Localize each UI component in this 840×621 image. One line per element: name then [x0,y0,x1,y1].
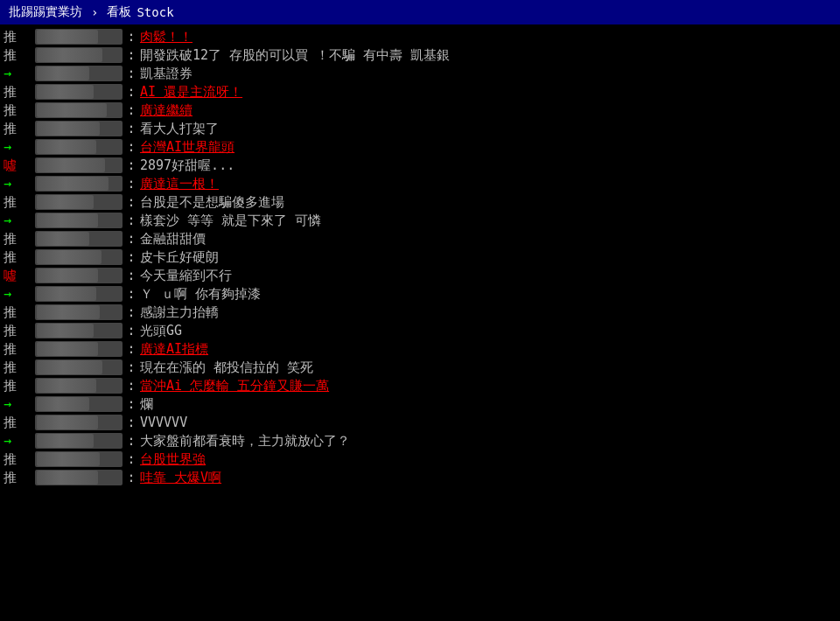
post-username [35,304,122,320]
post-message: 台股世界強 [140,451,836,468]
breadcrumb-arrow: › [91,5,98,19]
post-colon: : [122,249,140,265]
post-colon: : [122,433,140,449]
post-row: 推:開發跌破12了 存股的可以買 ！不騙 有中壽 凱基銀 [0,46,840,65]
post-row: 推:廣達繼續 [0,101,840,120]
post-row: →:Ｙ ｕ啊 你有夠掉漆 [0,285,840,304]
post-username [35,139,122,155]
post-username [35,157,122,173]
post-tag: 推 [4,304,35,321]
post-username [35,359,122,375]
post-message: 開發跌破12了 存股的可以買 ！不騙 有中壽 凱基銀 [140,47,836,64]
post-colon: : [122,66,140,81]
post-row: 噓:2897好甜喔... [0,157,840,175]
post-colon: : [122,121,140,136]
post-message: AI 還是主流呀！ [140,84,836,101]
post-row: 推:台股是不是想騙傻多進場 [0,193,840,212]
post-message: 廣達繼續 [140,102,836,119]
post-username [35,470,122,485]
post-message: 台股是不是想騙傻多進場 [140,194,836,211]
post-tag: → [4,139,35,155]
post-row: →:爛 [0,395,840,414]
post-message: 現在在漲的 都投信拉的 笑死 [140,359,836,376]
post-tag: 推 [4,102,35,119]
post-row: 推:哇靠 大爆V啊 [0,469,840,487]
post-colon: : [122,323,140,338]
post-tag: 噓 [4,268,35,284]
post-colon: : [122,47,140,63]
post-username [35,194,122,210]
post-username [35,66,122,81]
post-row: 推:現在在漲的 都投信拉的 笑死 [0,359,840,377]
post-username [35,121,122,136]
post-username [35,268,122,283]
post-tag: 推 [4,121,35,137]
post-message: 看大人打架了 [140,121,836,137]
post-tag: 噓 [4,157,35,174]
post-colon: : [122,359,140,375]
post-tag: → [4,176,35,192]
post-colon: : [122,286,140,302]
post-username [35,249,122,265]
post-tag: 推 [4,378,35,394]
post-tag: 推 [4,341,35,358]
post-row: 推:台股世界強 [0,450,840,469]
post-colon: : [122,102,140,118]
post-colon: : [122,157,140,173]
post-row: 噓:今天量縮到不行 [0,267,840,285]
post-username [35,323,122,338]
post-tag: 推 [4,194,35,211]
post-username [35,231,122,247]
post-row: 推:肉鬆！！ [0,28,840,46]
post-colon: : [122,29,140,45]
post-username [35,451,122,467]
post-username [35,286,122,302]
post-colon: : [122,194,140,210]
post-tag: 推 [4,29,35,45]
post-row: 推:光頭GG [0,322,840,340]
page-header: 批踢踢實業坊 › 看板 Stock [0,0,840,24]
post-colon: : [122,415,140,430]
post-row: 推:金融甜甜價 [0,230,840,248]
post-tag: 推 [4,47,35,64]
post-row: 推:皮卡丘好硬朗 [0,248,840,267]
post-tag: 推 [4,359,35,376]
post-message: 2897好甜喔... [140,157,836,174]
post-colon: : [122,268,140,283]
post-message: 金融甜甜價 [140,231,836,248]
post-username [35,341,122,357]
post-colon: : [122,341,140,357]
post-username [35,102,122,118]
post-content: 推:肉鬆！！推:開發跌破12了 存股的可以買 ！不騙 有中壽 凱基銀→:凱基證券… [0,24,840,491]
post-tag: 推 [4,470,35,486]
post-row: →:凱基證券 [0,65,840,83]
post-row: →:大家盤前都看衰時，主力就放心了？ [0,432,840,450]
post-message: 皮卡丘好硬朗 [140,249,836,266]
post-message: 爛 [140,396,836,413]
post-colon: : [122,176,140,192]
post-message: 樣套沙 等等 就是下來了 可憐 [140,213,836,229]
section-label: 看板 [107,4,131,20]
post-row: 推:AI 還是主流呀！ [0,83,840,101]
post-username [35,415,122,430]
post-tag: → [4,396,35,412]
post-tag: 推 [4,249,35,266]
post-colon: : [122,304,140,320]
post-tag: 推 [4,415,35,431]
post-username [35,176,122,192]
post-colon: : [122,139,140,155]
post-message: 台灣AI世界龍頭 [140,139,836,156]
post-tag: → [4,433,35,449]
post-username [35,47,122,63]
post-username [35,396,122,412]
post-row: 推:VVVVVV [0,414,840,432]
post-tag: → [4,286,35,302]
board-name[interactable]: 批踢踢實業坊 [9,4,82,20]
post-row: 推:看大人打架了 [0,120,840,138]
post-message: 感謝主力抬轎 [140,304,836,321]
post-message: 廣達這一根！ [140,176,836,192]
post-colon: : [122,378,140,394]
board-title: Stock [136,5,173,19]
post-message: 廣達AI指標 [140,341,836,358]
post-colon: : [122,213,140,228]
